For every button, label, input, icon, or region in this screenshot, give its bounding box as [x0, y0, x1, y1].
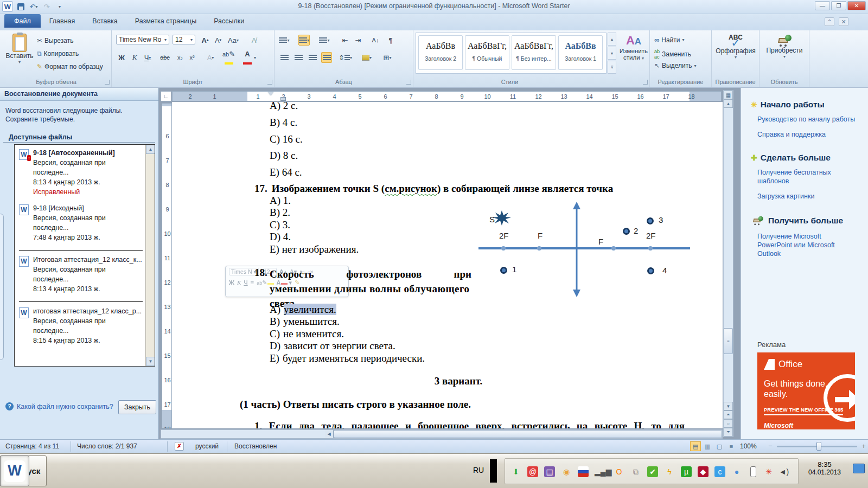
tray-icon[interactable]: [578, 466, 589, 477]
keyboard-language-indicator[interactable]: RU: [473, 466, 484, 474]
shrink-font-button[interactable]: А▾: [213, 35, 224, 46]
page-indicator[interactable]: Страница: 4 из 11: [5, 442, 59, 450]
language-indicator[interactable]: русский: [195, 442, 219, 450]
show-marks-button[interactable]: ¶: [385, 35, 396, 46]
tab-stop-selector[interactable]: ∟: [161, 91, 171, 101]
tray-icon[interactable]: c: [714, 466, 725, 477]
hanging-indent-marker[interactable]: [280, 97, 286, 101]
view-ruler-toggle-icon[interactable]: ▦: [724, 91, 733, 99]
mini-center-button[interactable]: ≡: [251, 279, 254, 286]
italic-button[interactable]: К: [129, 52, 140, 63]
tray-icon[interactable]: ◆: [698, 466, 709, 477]
tray-icon[interactable]: µ: [681, 466, 692, 477]
select-button[interactable]: ↖Выделить▾: [654, 62, 696, 69]
ribbon-tab[interactable]: Вставка: [84, 14, 126, 28]
ribbon-tab[interactable]: Рассылки: [205, 14, 253, 28]
tray-icon[interactable]: O: [614, 466, 624, 477]
bullets-button[interactable]: ▾: [279, 35, 290, 46]
font-name-combo[interactable]: Times New Ro▾: [116, 35, 169, 44]
select-browse-object-icon[interactable]: ○: [724, 419, 733, 428]
tray-icon[interactable]: ◉: [561, 466, 572, 477]
line-spacing-button[interactable]: ⇕▾: [339, 52, 352, 63]
web-layout-view-icon[interactable]: ▢: [714, 441, 725, 451]
hscrollbar-thumb[interactable]: [334, 430, 722, 438]
word-count[interactable]: Число слов: 2/1 937: [77, 442, 137, 450]
spellcheck-status-icon[interactable]: ✗: [175, 442, 184, 451]
justify-button[interactable]: [321, 52, 332, 63]
draft-view-icon[interactable]: ≡: [726, 441, 737, 451]
paste-button[interactable]: Вставить ▾: [5, 34, 34, 65]
scroll-left-icon[interactable]: ◀: [325, 430, 334, 438]
find-button[interactable]: ∞Найти▾: [654, 36, 685, 44]
replace-button[interactable]: abacЗаменить: [654, 49, 691, 60]
font-dialog-launcher[interactable]: [267, 80, 272, 85]
clipboard-dialog-launcher[interactable]: [105, 80, 110, 85]
copy-button[interactable]: ⧉Копировать: [37, 50, 79, 57]
styles-gallery-expand[interactable]: ⊽: [608, 61, 616, 74]
spelling-button[interactable]: ABC✓ Орфография ▾: [715, 35, 756, 60]
shading-button[interactable]: ▾: [361, 52, 372, 63]
free-templates-link[interactable]: Получение бесплатных шаблонов: [757, 168, 839, 185]
decrease-indent-button[interactable]: ⇤: [340, 35, 350, 46]
style-card[interactable]: АаБбВвГг, ¶ Без интер...: [512, 35, 556, 70]
scrollbar-thumb[interactable]: ≡: [724, 328, 733, 354]
minimize-button[interactable]: —: [815, 1, 830, 10]
taskbar-app-button[interactable]: W: [0, 455, 29, 486]
first-line-indent-marker[interactable]: [268, 92, 273, 95]
align-left-button[interactable]: [279, 52, 290, 63]
increase-indent-button[interactable]: ⇥: [353, 35, 363, 46]
fullscreen-view-icon[interactable]: ▥: [702, 441, 713, 451]
tray-icon[interactable]: [750, 466, 756, 477]
vertical-ruler[interactable]: 6789101112131415161718: [162, 103, 172, 428]
minimize-ribbon-icon[interactable]: ⌃: [825, 17, 834, 26]
numbering-button[interactable]: ▾: [298, 35, 310, 46]
tray-icon[interactable]: ◄): [778, 466, 789, 477]
scroll-down-icon[interactable]: ▼: [146, 357, 155, 366]
zoom-in-icon[interactable]: +: [859, 442, 868, 451]
previous-page-icon[interactable]: ⏶: [724, 410, 733, 419]
mini-underline-button[interactable]: Ч: [244, 279, 247, 286]
horizontal-scrollbar[interactable]: ◀: [161, 429, 723, 439]
help-support-link[interactable]: Справка и поддержка: [757, 130, 857, 139]
tray-icon[interactable]: ϟ: [664, 466, 675, 477]
purchase-button[interactable]: Приобрести ▾: [764, 35, 805, 59]
office-ad[interactable]: Office Get things done, easily. PREVIEW …: [757, 352, 855, 429]
grow-font-button[interactable]: А▴: [200, 35, 210, 46]
restore-button[interactable]: ❐: [831, 1, 846, 10]
print-layout-view-icon[interactable]: ▤: [690, 441, 701, 451]
multilevel-list-button[interactable]: ▾: [319, 35, 330, 46]
paste-dropdown-icon[interactable]: ▾: [18, 60, 21, 65]
vertical-scrollbar[interactable]: ▦ ▲ ≡ ▼ ⏶ ○ ⏷: [723, 90, 733, 437]
tray-icon[interactable]: @: [527, 466, 538, 477]
zoom-out-icon[interactable]: −: [766, 442, 775, 451]
styles-scroll-down[interactable]: ▼: [608, 47, 616, 60]
scroll-up-icon[interactable]: ▲: [724, 99, 733, 108]
close-document-icon[interactable]: ✕: [839, 17, 848, 26]
change-styles-button[interactable]: АA Изменить стили ▾: [620, 34, 648, 61]
format-painter-button[interactable]: ✎Формат по образцу: [37, 63, 103, 70]
close-button[interactable]: ✕: [847, 1, 866, 10]
align-center-button[interactable]: [293, 52, 304, 63]
bold-button[interactable]: Ж: [116, 52, 127, 63]
text-effects-button[interactable]: А▾: [205, 52, 216, 63]
recovery-file-item[interactable]: W! 9-18 [Исходный] Версия, созданная при…: [19, 204, 143, 242]
borders-button[interactable]: ⊞▾: [382, 52, 393, 63]
font-color-button[interactable]: А: [242, 50, 253, 61]
cut-button[interactable]: ✂Вырезать: [37, 37, 73, 44]
font-size-combo[interactable]: 12▾: [173, 35, 195, 44]
mini-bold-button[interactable]: Ж: [229, 279, 234, 286]
tray-icon[interactable]: ⧉: [630, 466, 641, 477]
underline-button[interactable]: Ч▾: [142, 52, 153, 63]
recovery-file-item[interactable]: W! Итоговая аттестация_12 класс_к... Вер…: [19, 250, 143, 294]
recovery-file-item[interactable]: W! итоговая аттестация_12 класс_р... Вер…: [19, 301, 143, 345]
subscript-button[interactable]: x₂: [175, 52, 186, 63]
sort-button[interactable]: А↓: [370, 35, 381, 46]
recovery-panel-handle[interactable]: [0, 214, 4, 360]
scroll-down-icon[interactable]: ▼: [724, 402, 733, 410]
download-picture-link[interactable]: Загрузка картинки: [757, 192, 857, 201]
paragraph-dialog-launcher[interactable]: [406, 80, 411, 85]
tray-icon[interactable]: ✳: [763, 466, 774, 477]
style-card[interactable]: АаБбВв Заголовок 1: [558, 35, 603, 70]
strikethrough-button[interactable]: abc: [159, 52, 170, 63]
mini-italic-button[interactable]: К: [237, 279, 241, 286]
